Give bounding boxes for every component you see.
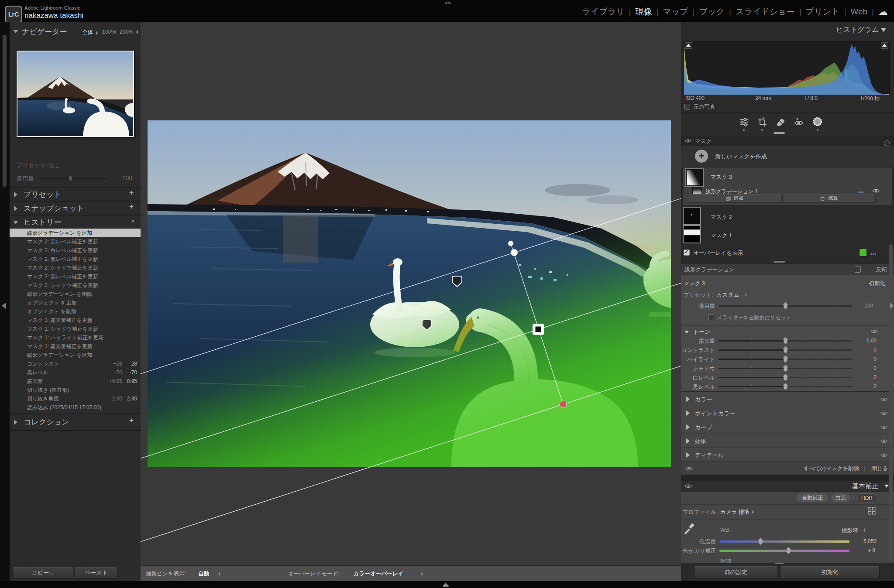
basic-adjust-tool-icon[interactable] [739,117,749,127]
navigator-zoom-100[interactable]: 100% [102,29,116,35]
stepper-caret[interactable] [136,30,139,34]
tone-eye-icon[interactable] [870,328,878,334]
panel-drag-handle[interactable] [774,132,785,134]
previous-settings-button[interactable]: 前の設定 [694,566,778,579]
module-book[interactable]: ブック [699,6,725,17]
mask-subtract-button[interactable]: 減算 [782,194,876,203]
history-clear-icon[interactable] [131,217,135,225]
crop-tool-icon[interactable] [757,117,767,127]
mask-add-button[interactable]: 追加 [688,194,781,203]
panel-history[interactable]: ヒストリー [24,217,62,227]
panel-effects-eye-icon[interactable] [880,438,888,444]
panel-point-color[interactable]: ポイントカラー [681,406,894,420]
tone-slider-track[interactable] [719,359,852,360]
stepper-caret[interactable] [751,509,754,514]
histogram-box[interactable] [684,41,890,94]
hdr-button[interactable]: HDR [856,493,877,503]
paste-button[interactable]: ペースト [75,567,118,579]
healing-tool-icon[interactable] [775,117,786,127]
history-row[interactable]: マスク 1: シャドウ補正を更新 [10,325,141,333]
overlay-color-swatch[interactable] [859,249,867,256]
stepper-caret[interactable] [420,571,423,576]
invert-checkbox[interactable] [855,267,861,273]
edit-pins-value[interactable]: 自動 [198,570,209,578]
photo-canvas[interactable] [148,120,671,467]
wb-value[interactable]: 撮影時 [842,527,858,534]
history-row[interactable]: マスク 1: ハイライト補正を更新 [10,333,141,342]
history-row[interactable]: マスク 2: 白レベル補正を更新 [10,246,141,255]
original-photo-checkbox[interactable] [684,104,690,109]
filmstrip-reveal-icon[interactable] [442,583,450,587]
auto-correct-button[interactable]: 自動補正 [796,493,829,502]
module-library[interactable]: ライブラリ [582,6,624,17]
left-panel-collapse-icon[interactable] [2,303,6,309]
cloud-sync-icon[interactable] [878,6,888,17]
mask-amount-slider[interactable] [719,305,852,307]
tone-title[interactable]: トーン [693,328,711,336]
mask-footer-eye-icon[interactable] [685,466,693,472]
mask-preset-value[interactable]: カスタム [717,291,739,299]
history-row[interactable]: マスク 1: 露光量補正を更新 [10,342,141,351]
histogram-title[interactable]: ヒストグラム [681,25,886,34]
module-slideshow[interactable]: スライドショー [736,6,795,17]
navigator-zoom-200[interactable]: 200% [120,29,134,35]
panel-drag-handle[interactable] [775,563,784,564]
copy-button[interactable]: コピー... [12,567,73,579]
history-row[interactable]: 線形グラデーション を追加 [10,229,141,237]
history-row[interactable]: 読み込み (2025/04/15 17:05:00) [10,403,141,412]
basic-header[interactable]: 基本補正 [681,481,894,492]
tone-slider-track[interactable] [719,377,852,378]
presets-expand-icon[interactable] [14,192,17,197]
overlay-mode-value[interactable]: カラーオーバーレイ [354,570,403,578]
wb-eyedropper-icon[interactable] [683,523,695,535]
tone-slider-track[interactable] [719,340,852,342]
close-mask-panel-button[interactable]: 閉じる [871,465,888,472]
panel-color-eye-icon[interactable] [880,397,888,402]
basic-collapse-icon[interactable] [884,485,889,488]
top-panel-reveal-icon[interactable] [444,1,451,4]
mask2-label[interactable]: マスク 2 [711,214,732,221]
show-overlay-checkbox[interactable] [684,250,690,256]
shadow-clipping-icon[interactable] [685,42,692,49]
create-mask-row[interactable]: + 新しいマスクを作成 [681,146,894,167]
tone-slider-track[interactable] [719,386,852,387]
left-panel-scrollbar[interactable] [3,35,7,187]
basic-eye-icon[interactable] [684,483,692,489]
presets-add-icon[interactable] [129,188,134,197]
history-row[interactable]: マスク 1: 露光量補正を更新 [10,316,141,325]
stepper-caret[interactable] [95,31,98,35]
panel-presets[interactable]: プリセット [24,189,62,199]
history-row[interactable]: オブジェクト を削除 [10,307,141,316]
reset-button[interactable]: 初期化 [780,566,880,579]
navigator-collapse-icon[interactable] [13,30,18,33]
stepper-caret[interactable] [218,571,221,576]
mask-info-icon[interactable] [884,138,890,146]
collections-add-icon[interactable] [129,416,134,425]
profile-browser-icon[interactable] [868,507,876,515]
panel-detail-eye-icon[interactable] [880,452,888,458]
stepper-caret[interactable] [863,528,866,532]
profile-value[interactable]: カメラ 標準 [720,509,750,516]
panel-snapshots[interactable]: スナップショット [24,203,84,213]
right-panel-collapse-icon[interactable] [890,303,894,309]
snapshots-expand-icon[interactable] [14,206,17,211]
navigator-preview[interactable] [17,51,134,137]
stepper-caret[interactable] [744,292,747,297]
panel-curve[interactable]: カーブ [681,420,894,434]
panel-detail[interactable]: ディテール [681,448,894,462]
mask3-thumbnail[interactable] [686,169,703,186]
mask3-label[interactable]: マスク 3 [711,174,732,181]
history-row[interactable]: マスク 2: 黒レベル補正を更新 [10,237,141,246]
panel-curve-eye-icon[interactable] [880,424,888,430]
auto-reset-checkbox[interactable] [708,314,714,320]
redeye-tool-icon[interactable] [794,117,804,127]
history-row[interactable]: オブジェクト を追加 [10,298,141,307]
tone-slider-track[interactable] [719,349,852,351]
highlight-clipping-icon[interactable] [881,42,888,49]
add-mask-icon[interactable]: + [695,150,708,163]
history-row[interactable]: 黒レベル-70-70 [10,368,141,377]
gradient1-eye-icon[interactable] [872,188,880,194]
panel-collections[interactable]: コレクション [24,417,69,427]
navigator-title[interactable]: ナビゲーター [22,27,67,37]
overlay-more-icon[interactable] [870,250,877,257]
